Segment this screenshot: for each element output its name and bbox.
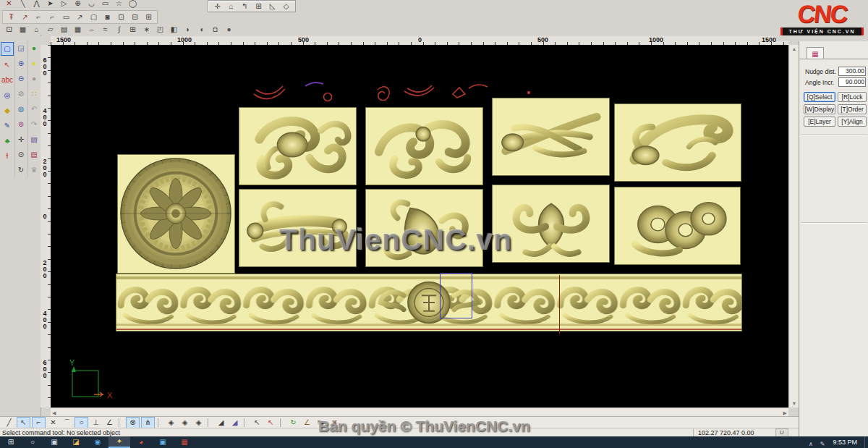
- axis-snap-icon[interactable]: ⋔: [141, 417, 155, 428]
- clone-icon[interactable]: ⊞: [142, 12, 155, 22]
- mesh-icon[interactable]: ▦: [72, 25, 84, 35]
- knot-ornament-relief[interactable]: [365, 107, 483, 185]
- lock-button[interactable]: [R]Lock: [838, 92, 867, 102]
- zoom-previous-icon[interactable]: ⊘: [15, 88, 27, 100]
- rotate-view-icon[interactable]: ↻: [15, 164, 27, 176]
- ellipse-tool-icon[interactable]: ◯: [127, 0, 139, 9]
- task-view[interactable]: ▣: [43, 436, 65, 448]
- half-circle-left-icon[interactable]: ◖: [195, 25, 208, 35]
- diamond-snap-icon[interactable]: ◈: [165, 418, 177, 428]
- half-circle-right-icon[interactable]: ◗: [182, 25, 194, 35]
- cursor-delete-icon[interactable]: ↖: [265, 418, 277, 428]
- line-tool-icon[interactable]: ╲: [17, 0, 29, 9]
- polyline-tool-icon[interactable]: ⋀: [30, 0, 43, 9]
- grid-plus-icon[interactable]: ⊞: [127, 25, 139, 35]
- dragon-border-frieze-relief[interactable]: [116, 274, 742, 331]
- selection-box[interactable]: [440, 273, 472, 318]
- pan-tool-icon[interactable]: ✛: [15, 133, 27, 145]
- kern-tool-icon[interactable]: Ŧ: [5, 12, 17, 22]
- layer-button[interactable]: [E]Layer: [804, 117, 835, 127]
- pencil-tool-icon[interactable]: ✎: [1, 119, 13, 132]
- design-canvas[interactable]: ThuVienCNC.vn Y X: [51, 45, 788, 407]
- display-button[interactable]: [W]Display: [804, 104, 835, 114]
- node-edit-tool-icon[interactable]: ↖: [1, 59, 13, 71]
- slot-icon[interactable]: ▢: [88, 12, 100, 22]
- corner-snap-icon[interactable]: ⌐: [32, 417, 46, 428]
- measure-tool-icon[interactable]: Ɨ: [1, 150, 13, 162]
- angle-pick-icon[interactable]: ↗: [19, 12, 31, 22]
- perpendicular-icon[interactable]: ⊥: [90, 418, 102, 428]
- nudge-distance-field[interactable]: 300.00: [838, 67, 866, 76]
- house-shape-icon[interactable]: ⌂: [30, 25, 43, 35]
- offset-pen-icon[interactable]: ↗: [74, 12, 86, 22]
- circle-snap-icon[interactable]: ○: [75, 417, 88, 428]
- fillet-icon[interactable]: ⌐: [33, 12, 45, 22]
- arc-fit-icon[interactable]: ⌢: [85, 25, 98, 35]
- copy-props-icon[interactable]: ⊡: [115, 12, 127, 22]
- align-button[interactable]: [Y]Align: [838, 117, 867, 127]
- corner-trim-icon[interactable]: ▭: [60, 12, 72, 22]
- zoom-in-icon[interactable]: ⊕: [15, 57, 27, 69]
- diamond-center-icon[interactable]: ◈: [192, 418, 205, 428]
- rectangle-tool-icon[interactable]: ▭: [99, 0, 111, 9]
- snap-move-icon[interactable]: ↖: [17, 417, 30, 428]
- arc-snap-icon[interactable]: ⌒: [61, 418, 73, 428]
- app-jdpaint[interactable]: ✦: [109, 436, 130, 448]
- intersect-icon[interactable]: ✕: [47, 418, 59, 428]
- zoom-tool-icon[interactable]: ⊙: [15, 148, 27, 161]
- tray-caret-icon[interactable]: ∧: [809, 441, 813, 447]
- app-paint[interactable]: ◉: [87, 436, 109, 448]
- draw-line-icon[interactable]: ╱: [3, 418, 15, 428]
- zoom-out-icon[interactable]: ⊖: [15, 72, 27, 85]
- show-dim-icon[interactable]: ●: [28, 57, 40, 69]
- erase-tool-icon[interactable]: ✕: [3, 0, 15, 9]
- tangent-icon[interactable]: ∠: [103, 418, 116, 428]
- snap-color-icon[interactable]: ∷: [28, 88, 40, 100]
- crown-icon[interactable]: ♛: [28, 164, 40, 176]
- flip-icon[interactable]: ◧: [168, 25, 180, 35]
- panel-tab[interactable]: ▦: [807, 47, 824, 59]
- photos[interactable]: ▣: [152, 436, 174, 448]
- taskbar-clock[interactable]: 9:53 PM: [833, 439, 857, 446]
- chrome[interactable]: ◕: [130, 436, 152, 448]
- solid-dot-icon[interactable]: ●: [223, 25, 235, 35]
- horn-ornament-relief[interactable]: [614, 103, 741, 182]
- arrow-tool-icon[interactable]: ➤: [44, 0, 56, 9]
- rect-grid-icon[interactable]: ▤: [58, 25, 70, 35]
- select-tool-icon[interactable]: ▢: [1, 42, 14, 56]
- ramp-edit-icon[interactable]: ◢: [229, 418, 241, 428]
- triangle-tool-icon[interactable]: ▷: [58, 0, 70, 9]
- paste-props-icon[interactable]: ⊟: [129, 12, 141, 22]
- mirror-icon[interactable]: ⊡: [3, 25, 15, 35]
- wave-icon[interactable]: ≈: [99, 25, 111, 35]
- move-points-icon[interactable]: ✛: [211, 1, 224, 12]
- array-icon[interactable]: ▦: [17, 25, 29, 35]
- angle-increment-field[interactable]: 90.000: [838, 77, 866, 87]
- app-office[interactable]: ▦: [174, 436, 195, 448]
- text-tool-icon[interactable]: abc: [1, 74, 13, 86]
- vertical-scrollbar[interactable]: ▲ ▼: [788, 45, 799, 407]
- zoom-window-icon[interactable]: ◲: [15, 42, 27, 54]
- coin-ornament-relief[interactable]: [614, 187, 741, 265]
- show-desktop-button[interactable]: [864, 436, 868, 448]
- zoom-all-icon[interactable]: ◍: [15, 103, 27, 115]
- arc-tool-icon[interactable]: ◡: [85, 0, 98, 9]
- solid-shape-icon[interactable]: ◘: [209, 25, 221, 35]
- redo-icon[interactable]: ↷: [28, 118, 40, 130]
- zoom-selected-icon[interactable]: ⊚: [15, 118, 27, 130]
- scale-rect-icon[interactable]: ⊞: [252, 1, 265, 12]
- layer-book-icon[interactable]: ▤: [28, 133, 40, 145]
- hide-icon[interactable]: ●: [28, 72, 40, 85]
- asterisk-icon[interactable]: ∗: [140, 25, 153, 35]
- scroll-down-icon[interactable]: ▼: [791, 400, 799, 407]
- donut-tool-icon[interactable]: ◎: [1, 89, 13, 101]
- cursor-pick-icon[interactable]: ↖: [251, 418, 263, 428]
- arch-transform-icon[interactable]: ⌂: [225, 1, 237, 12]
- scroll-up-icon[interactable]: ▲: [791, 45, 799, 53]
- chamfer-icon[interactable]: ⌐: [46, 12, 59, 22]
- show-all-icon[interactable]: ●: [28, 42, 40, 54]
- ruled-lines-icon[interactable]: ▤: [28, 148, 40, 161]
- rotate-copy-icon[interactable]: ↰: [239, 1, 251, 12]
- spline-icon[interactable]: ∫: [113, 25, 125, 35]
- undo-icon[interactable]: ↶: [28, 103, 40, 115]
